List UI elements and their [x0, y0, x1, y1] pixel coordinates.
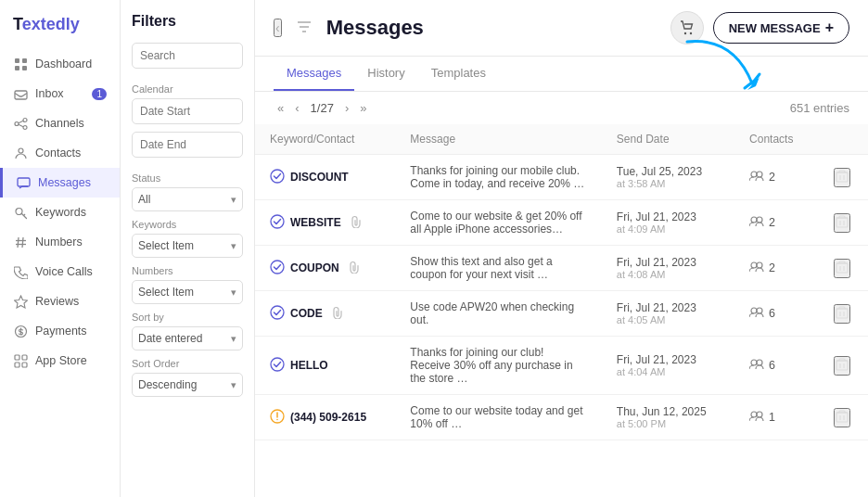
contacts-count: 2	[769, 261, 775, 274]
table-row: CODE Use code APW20 when checking out. F…	[255, 291, 868, 337]
sidebar-item-keywords[interactable]: Keywords	[0, 198, 120, 227]
numbers-select[interactable]: Select Item	[132, 280, 243, 304]
col-send-date: Send Date	[602, 124, 734, 155]
send-date-cell: Thu, Jun 12, 2025 at 5:00 PM	[602, 395, 734, 440]
page-info: 1/27	[311, 101, 334, 115]
date-end-input[interactable]	[132, 132, 243, 158]
contacts-icon	[749, 216, 764, 230]
sidebar-item-channels[interactable]: Channels	[0, 108, 120, 138]
filter-icon	[297, 20, 312, 36]
svg-line-14	[22, 237, 23, 248]
status-icon	[270, 169, 285, 186]
keywords-select[interactable]: Select Item	[132, 234, 243, 258]
status-icon	[270, 409, 285, 427]
sidebar-item-inbox[interactable]: Inbox 1	[0, 79, 120, 108]
next-page-button[interactable]: ›	[341, 99, 352, 117]
status-icon	[270, 305, 285, 323]
key-icon	[13, 205, 28, 220]
sidebar-item-voice-calls[interactable]: Voice Calls	[0, 257, 120, 287]
sidebar-item-messages[interactable]: Messages	[0, 168, 120, 198]
contacts-icon	[749, 307, 764, 321]
col-actions	[816, 124, 868, 155]
table-row: (344) 509-2615 Come to our website today…	[255, 395, 868, 440]
status-icon	[270, 357, 285, 375]
delete-cell[interactable]	[816, 291, 868, 337]
sidebar-item-reviews[interactable]: Reviews	[0, 287, 120, 316]
keyword-cell: (344) 509-2615	[255, 395, 395, 440]
svg-rect-20	[22, 355, 27, 360]
delete-button[interactable]	[834, 408, 850, 427]
contacts-count: 1	[769, 411, 775, 424]
svg-point-45	[757, 262, 762, 268]
keyword-cell: COUPON	[255, 246, 395, 291]
table-row: COUPON Show this text and also get a cou…	[255, 246, 868, 291]
delete-button[interactable]	[834, 356, 850, 376]
first-page-button[interactable]: «	[274, 99, 287, 117]
status-select-wrapper: All	[132, 187, 243, 211]
sidebar-item-payments[interactable]: Payments	[0, 316, 120, 346]
sidebar-label-messages: Messages	[38, 176, 91, 189]
sidebar-label-channels: Channels	[35, 117, 84, 130]
status-select[interactable]: All	[132, 187, 243, 211]
svg-point-59	[757, 360, 762, 365]
svg-rect-21	[15, 363, 19, 367]
person-icon	[13, 146, 28, 160]
delete-cell[interactable]	[816, 246, 868, 291]
grid-icon	[13, 57, 28, 71]
send-date-cell: Fri, Jul 21, 2023 at 4:05 AM	[602, 291, 734, 337]
delete-cell[interactable]	[816, 155, 868, 200]
message-cell: Come to our website & get 20% off all Ap…	[395, 200, 601, 246]
sort-order-label: Sort Order	[132, 358, 243, 369]
tabs-bar: Messages History Templates	[255, 57, 868, 92]
svg-line-13	[18, 237, 19, 248]
svg-point-5	[15, 121, 19, 125]
keyword-name: HELLO	[290, 359, 328, 372]
delete-button[interactable]	[834, 259, 850, 278]
table-row: WEBSITE Come to our website & get 20% of…	[255, 200, 868, 246]
sort-by-select[interactable]: Date entered	[132, 326, 243, 350]
sidebar-label-voice-calls: Voice Calls	[35, 265, 93, 278]
phone-icon	[13, 264, 28, 279]
svg-point-6	[23, 118, 27, 121]
send-date-cell: Fri, Jul 21, 2023 at 4:08 AM	[602, 246, 734, 291]
keywords-select-wrapper: Select Item	[132, 234, 243, 258]
sidebar-label-keywords: Keywords	[35, 206, 86, 219]
message-cell: Thanks for joining our club! Receive 30%…	[395, 337, 601, 395]
svg-point-31	[757, 172, 762, 177]
last-page-button[interactable]: »	[356, 99, 370, 117]
delete-button[interactable]	[834, 213, 850, 233]
status-icon	[270, 214, 285, 232]
sidebar-item-contacts[interactable]: Contacts	[0, 138, 120, 168]
sort-by-label: Sort by	[132, 312, 243, 323]
search-input[interactable]	[132, 43, 243, 69]
col-keyword: Keyword/Contact	[255, 124, 395, 155]
contacts-icon	[749, 171, 764, 185]
new-message-label: NEW MESSAGE	[729, 21, 821, 35]
cart-button[interactable]	[670, 11, 704, 45]
sidebar-item-app-store[interactable]: App Store	[0, 346, 120, 376]
tab-messages[interactable]: Messages	[274, 57, 354, 91]
delete-cell[interactable]	[816, 395, 868, 440]
message-cell: Use code APW20 when checking out.	[395, 291, 601, 337]
svg-point-44	[751, 262, 757, 268]
star-icon	[13, 294, 28, 309]
svg-point-10	[19, 148, 23, 153]
date-start-input[interactable]	[132, 98, 243, 124]
delete-button[interactable]	[834, 168, 850, 187]
tab-history[interactable]: History	[354, 57, 417, 91]
svg-point-27	[683, 32, 685, 34]
sidebar-item-numbers[interactable]: Numbers	[0, 227, 120, 257]
delete-cell[interactable]	[816, 200, 868, 246]
sort-order-select[interactable]: Descending	[132, 373, 243, 397]
new-message-button[interactable]: NEW MESSAGE +	[713, 12, 849, 44]
delete-cell[interactable]	[816, 337, 868, 395]
sidebar-label-payments: Payments	[35, 325, 87, 338]
contacts-cell: 2	[734, 155, 816, 200]
prev-page-button[interactable]: ‹	[291, 99, 302, 117]
sidebar-item-dashboard[interactable]: Dashboard	[0, 49, 120, 79]
delete-button[interactable]	[834, 304, 850, 324]
collapse-button[interactable]: ‹	[274, 19, 282, 37]
tab-templates[interactable]: Templates	[418, 57, 499, 91]
keyword-cell: HELLO	[255, 337, 395, 395]
svg-point-51	[751, 308, 757, 313]
